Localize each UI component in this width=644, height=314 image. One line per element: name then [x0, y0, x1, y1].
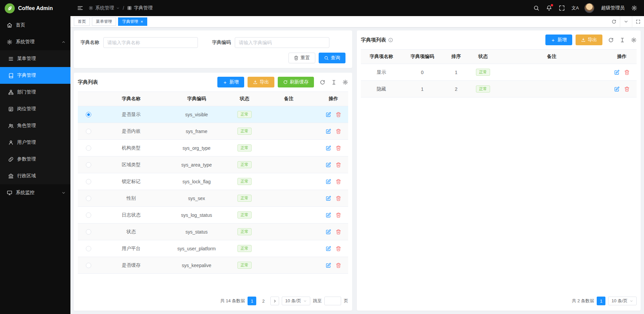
- delete-icon[interactable]: [624, 86, 630, 92]
- sidebar-item-system[interactable]: 系统管理: [0, 34, 70, 50]
- row-radio[interactable]: [86, 145, 91, 151]
- edit-icon[interactable]: [614, 70, 620, 75]
- item-code-cell: 0: [402, 64, 443, 80]
- edit-icon[interactable]: [614, 86, 620, 92]
- edit-icon[interactable]: [326, 145, 331, 151]
- sidebar-item-home[interactable]: 首页: [0, 17, 70, 34]
- reset-button[interactable]: 重置: [288, 53, 315, 63]
- fullscreen-icon[interactable]: [559, 5, 565, 11]
- row-radio[interactable]: [86, 112, 91, 117]
- user-name[interactable]: 超级管理员: [601, 5, 625, 11]
- column-settings-icon[interactable]: [331, 79, 337, 85]
- row-radio[interactable]: [86, 229, 91, 235]
- search-icon[interactable]: [533, 5, 539, 11]
- delete-icon[interactable]: [336, 112, 341, 117]
- refresh-cache-button[interactable]: 刷新缓存: [278, 77, 314, 87]
- sidebar-item-post[interactable]: 岗位管理: [0, 101, 70, 117]
- refresh-tabs-button[interactable]: [608, 16, 620, 27]
- edit-icon[interactable]: [326, 162, 331, 168]
- sidebar-item-param[interactable]: 参数管理: [0, 151, 70, 168]
- table-row[interactable]: 性别sys_sex正常: [78, 190, 348, 207]
- table-row[interactable]: 日志状态sys_log_status正常: [78, 207, 348, 224]
- table-row[interactable]: 状态sys_status正常: [78, 224, 348, 240]
- refresh-table-icon[interactable]: [608, 37, 614, 43]
- table-row[interactable]: 显示01正常: [361, 64, 637, 81]
- delete-icon[interactable]: [336, 212, 341, 218]
- table-settings-gear-icon[interactable]: [342, 79, 348, 85]
- column-header: 备注: [259, 92, 319, 106]
- page-button-1[interactable]: 1: [597, 297, 605, 305]
- edit-icon[interactable]: [326, 112, 331, 117]
- avatar[interactable]: [584, 3, 594, 13]
- settings-gear-icon[interactable]: [631, 5, 637, 11]
- close-icon[interactable]: ×: [141, 19, 143, 24]
- sidebar-item-monitor[interactable]: 系统监控: [0, 184, 70, 201]
- tabs-menu-button[interactable]: [620, 16, 632, 27]
- delete-icon[interactable]: [336, 129, 341, 134]
- table-row[interactable]: 隐藏12正常: [361, 81, 637, 98]
- next-page-button[interactable]: [270, 297, 279, 305]
- breadcrumb-dict[interactable]: 字典管理: [127, 5, 153, 11]
- table-row[interactable]: 锁定标记sys_lock_flag正常: [78, 173, 348, 190]
- table-row[interactable]: 是否缓存sys_keepalive正常: [78, 257, 348, 274]
- dict-code-input[interactable]: [235, 37, 329, 48]
- delete-icon[interactable]: [336, 179, 341, 184]
- edit-icon[interactable]: [326, 196, 331, 201]
- sidebar-item-dept[interactable]: 部门管理: [0, 84, 70, 101]
- sidebar-toggle[interactable]: [77, 5, 83, 11]
- delete-icon[interactable]: [336, 162, 341, 168]
- row-radio[interactable]: [86, 196, 91, 201]
- column-settings-icon[interactable]: [620, 37, 625, 43]
- delete-icon[interactable]: [336, 246, 341, 251]
- delete-icon[interactable]: [336, 196, 341, 201]
- edit-icon[interactable]: [326, 246, 331, 251]
- breadcrumb-system[interactable]: 系统管理: [89, 5, 120, 11]
- sidebar-item-menu[interactable]: 菜单管理: [0, 50, 70, 67]
- row-radio[interactable]: [86, 263, 91, 268]
- tab-label: 字典管理: [122, 19, 138, 24]
- page-size-select[interactable]: 10 条/页: [608, 297, 637, 305]
- row-radio[interactable]: [86, 129, 91, 134]
- dict-name-input[interactable]: [103, 37, 198, 48]
- sidebar-item-role[interactable]: 角色管理: [0, 117, 70, 134]
- edit-icon[interactable]: [326, 179, 331, 184]
- page-button-1[interactable]: 1: [248, 297, 256, 305]
- edit-icon[interactable]: [326, 212, 331, 218]
- sidebar-item-region[interactable]: 行政区域: [0, 168, 70, 184]
- table-row[interactable]: 是否显示sys_visible正常: [78, 106, 348, 123]
- delete-icon[interactable]: [336, 263, 341, 268]
- page-button-2[interactable]: 2: [259, 297, 268, 305]
- add-item-button[interactable]: + 新增: [545, 35, 572, 45]
- query-button[interactable]: 查询: [319, 53, 345, 63]
- translate-icon[interactable]: 文A: [572, 5, 578, 11]
- tab-home[interactable]: 首页: [74, 17, 90, 26]
- export-item-button[interactable]: 导出: [576, 35, 602, 45]
- edit-icon[interactable]: [326, 229, 331, 235]
- table-row[interactable]: 用户平台sys_user_platform正常: [78, 240, 348, 257]
- logo[interactable]: Coffee Admin: [0, 0, 70, 17]
- delete-icon[interactable]: [336, 145, 341, 151]
- sidebar-item-dict[interactable]: 字典管理: [0, 67, 70, 84]
- jump-page-input[interactable]: [324, 297, 341, 305]
- refresh-table-icon[interactable]: [320, 79, 325, 85]
- table-row[interactable]: 机构类型sys_org_type正常: [78, 140, 348, 156]
- export-dict-button[interactable]: 导出: [248, 77, 274, 87]
- delete-icon[interactable]: [624, 70, 630, 75]
- table-settings-gear-icon[interactable]: [631, 37, 637, 43]
- add-dict-button[interactable]: + 新增: [217, 77, 244, 87]
- tab-menu[interactable]: 菜单管理: [92, 17, 116, 26]
- notification-bell-icon[interactable]: [546, 5, 552, 11]
- delete-icon[interactable]: [336, 229, 341, 235]
- table-row[interactable]: 区域类型sys_area_type正常: [78, 156, 348, 173]
- sidebar-item-user[interactable]: 用户管理: [0, 134, 70, 151]
- page-size-select[interactable]: 10 条/页: [282, 297, 310, 305]
- row-radio[interactable]: [86, 162, 91, 168]
- row-radio[interactable]: [86, 179, 91, 184]
- table-row[interactable]: 是否内嵌sys_frame正常: [78, 123, 348, 140]
- row-radio[interactable]: [86, 246, 91, 251]
- row-radio[interactable]: [86, 212, 91, 218]
- edit-icon[interactable]: [326, 129, 331, 134]
- tab-dict[interactable]: 字典管理×: [118, 17, 147, 26]
- edit-icon[interactable]: [326, 263, 331, 268]
- maximize-button[interactable]: [632, 16, 644, 27]
